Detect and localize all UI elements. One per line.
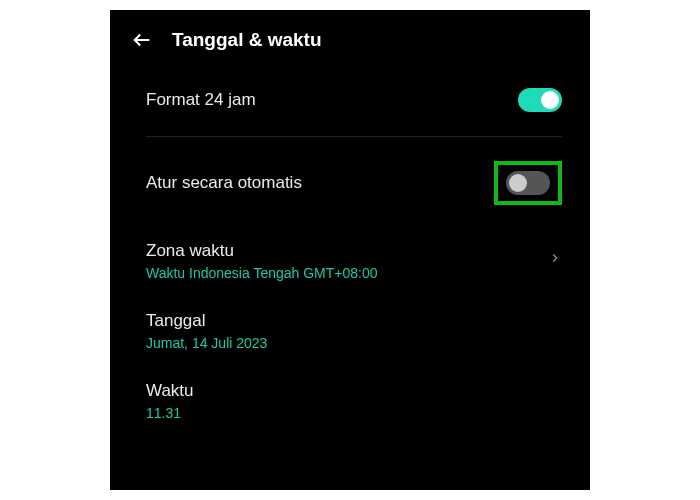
time-label: Waktu [146, 381, 194, 401]
chevron-right-icon [548, 251, 562, 269]
row-date[interactable]: Tanggal Jumat, 14 Juli 2023 [110, 295, 590, 365]
auto-set-highlight [494, 161, 562, 205]
settings-screen: Tanggal & waktu Format 24 jam Atur secar… [110, 10, 590, 490]
auto-set-toggle[interactable] [506, 171, 550, 195]
format-24-toggle[interactable] [518, 88, 562, 112]
time-value: 11.31 [146, 405, 181, 421]
auto-set-label: Atur secara otomatis [146, 173, 302, 193]
date-value: Jumat, 14 Juli 2023 [146, 335, 267, 351]
row-format-24[interactable]: Format 24 jam [110, 68, 590, 132]
header: Tanggal & waktu [110, 10, 590, 68]
timezone-value: Waktu Indonesia Tengah GMT+08:00 [146, 265, 378, 281]
format-24-label: Format 24 jam [146, 90, 256, 110]
page-title: Tanggal & waktu [172, 29, 322, 51]
row-auto-set[interactable]: Atur secara otomatis [110, 141, 590, 225]
row-timezone[interactable]: Zona waktu Waktu Indonesia Tengah GMT+08… [110, 225, 590, 295]
divider [146, 136, 562, 137]
row-time[interactable]: Waktu 11.31 [110, 365, 590, 435]
date-label: Tanggal [146, 311, 206, 331]
back-arrow-icon[interactable] [130, 28, 154, 52]
timezone-label: Zona waktu [146, 241, 234, 261]
